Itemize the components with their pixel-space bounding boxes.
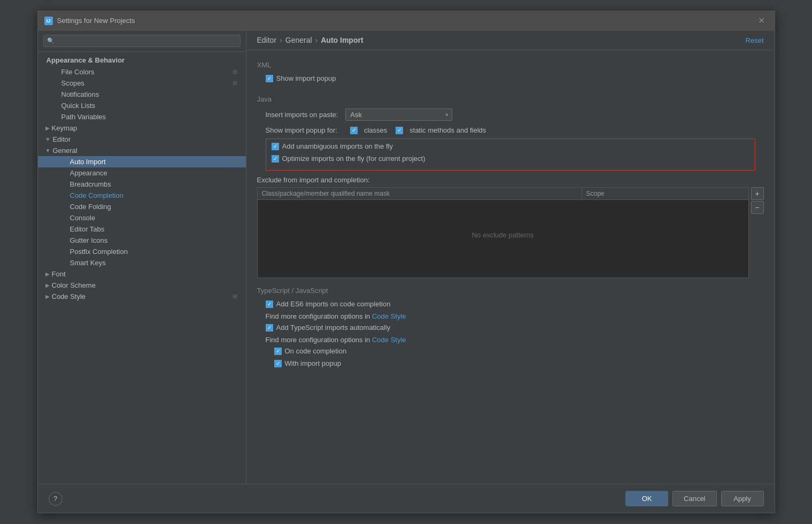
sidebar-item-color-scheme[interactable]: ▶ Color Scheme bbox=[38, 280, 246, 291]
sidebar-item-editor[interactable]: ▼ Editor bbox=[38, 134, 246, 145]
ts-config-text2: Find more configuration options in bbox=[266, 336, 372, 344]
sidebar-item-font[interactable]: ▶ Font bbox=[38, 268, 246, 280]
sidebar-item-code-folding[interactable]: Code Folding bbox=[38, 201, 246, 212]
on-code-completion-label[interactable]: ✓ On code completion bbox=[274, 347, 347, 355]
on-code-completion-text: On code completion bbox=[285, 347, 347, 355]
sidebar-item-keymap[interactable]: ▶ Keymap bbox=[38, 122, 246, 134]
sidebar: 🔍 Appearance & Behavior File Colors ⊞ Sc… bbox=[38, 30, 246, 484]
appearance-label: Appearance bbox=[70, 169, 107, 177]
title-bar: IJ Settings for New Projects ✕ bbox=[38, 11, 775, 30]
path-variables-label: Path Variables bbox=[61, 113, 106, 121]
java-section-label: Java bbox=[257, 95, 764, 103]
exclude-table-body: No exclude patterns bbox=[258, 200, 748, 269]
main-content: 🔍 Appearance & Behavior File Colors ⊞ Sc… bbox=[38, 30, 775, 484]
remove-exclude-button[interactable]: − bbox=[751, 201, 764, 214]
classes-checkbox[interactable]: ✓ bbox=[350, 127, 358, 134]
sidebar-item-path-variables[interactable]: Path Variables bbox=[38, 111, 246, 122]
with-import-popup-checkbox[interactable]: ✓ bbox=[274, 360, 282, 367]
add-ts-imports-text: Add TypeScript imports automatically bbox=[276, 323, 391, 332]
code-completion-label: Code Completion bbox=[70, 191, 123, 199]
xml-show-import-checkbox[interactable]: ✓ bbox=[266, 75, 273, 82]
optimize-imports-checkbox[interactable]: ✓ bbox=[272, 155, 279, 163]
add-ts-imports-label[interactable]: ✓ Add TypeScript imports automatically bbox=[266, 323, 391, 332]
sidebar-item-smart-keys[interactable]: Smart Keys bbox=[38, 257, 246, 268]
xml-show-import-label[interactable]: ✓ Show import popup bbox=[266, 74, 336, 82]
add-ts-imports-checkbox[interactable]: ✓ bbox=[266, 324, 273, 332]
on-code-completion-checkbox[interactable]: ✓ bbox=[274, 348, 282, 355]
code-style-label: Code Style bbox=[52, 292, 86, 300]
editor-tabs-label: Editor Tabs bbox=[70, 225, 105, 233]
static-methods-checkbox-group: ✓ static methods and fields bbox=[396, 126, 486, 134]
sidebar-item-code-style[interactable]: ▶ Code Style ⊞ bbox=[38, 291, 246, 302]
show-import-popup-for-row: Show import popup for: ✓ classes ✓ stati… bbox=[257, 126, 764, 134]
breadcrumb-general: General bbox=[285, 36, 312, 44]
sidebar-tree: Appearance & Behavior File Colors ⊞ Scop… bbox=[38, 52, 246, 484]
general-label: General bbox=[52, 147, 77, 155]
breadcrumb-editor: Editor bbox=[257, 36, 277, 44]
breadcrumb-sep-1: › bbox=[280, 36, 282, 44]
code-style-link-1[interactable]: Code Style bbox=[372, 312, 406, 320]
add-unambiguous-checkbox[interactable]: ✓ bbox=[272, 143, 279, 150]
expand-icon: ▶ bbox=[45, 282, 50, 288]
file-colors-label: File Colors bbox=[61, 68, 95, 76]
exclude-col1-header: Class/package/member qualified name mask bbox=[258, 188, 582, 199]
search-bar: 🔍 bbox=[38, 30, 246, 52]
add-es6-checkbox[interactable]: ✓ bbox=[266, 300, 273, 308]
exclude-table: Class/package/member qualified name mask… bbox=[257, 187, 749, 278]
sidebar-item-gutter-icons[interactable]: Gutter Icons bbox=[38, 235, 246, 246]
breadcrumb-sep-2: › bbox=[315, 36, 318, 44]
panel-header: Editor › General › Auto Import Reset bbox=[246, 30, 775, 50]
sidebar-item-console[interactable]: Console bbox=[38, 212, 246, 224]
exclude-section: Exclude from import and completion: Clas… bbox=[257, 176, 764, 278]
sidebar-item-code-completion[interactable]: Code Completion bbox=[38, 190, 246, 201]
ok-button[interactable]: OK bbox=[625, 491, 668, 506]
code-folding-label: Code Folding bbox=[70, 203, 111, 211]
search-wrapper[interactable]: 🔍 bbox=[43, 35, 241, 47]
add-es6-text: Add ES6 imports on code completion bbox=[276, 300, 391, 308]
sidebar-item-file-colors[interactable]: File Colors ⊞ bbox=[38, 66, 246, 78]
table-side-buttons: + − bbox=[751, 187, 764, 214]
static-methods-checkbox[interactable]: ✓ bbox=[396, 127, 403, 134]
bottom-bar: ? OK Cancel Apply bbox=[38, 484, 775, 513]
insert-imports-select-wrapper: Ask Always Never bbox=[345, 109, 452, 121]
on-code-completion-row: ✓ On code completion bbox=[257, 347, 764, 355]
sidebar-item-auto-import[interactable]: Auto Import ⊞ bbox=[38, 156, 246, 167]
add-unambiguous-row: ✓ Add unambiguous imports on the fly bbox=[272, 142, 749, 150]
copy-icon: ⊞ bbox=[233, 68, 237, 75]
sidebar-item-editor-tabs[interactable]: Editor Tabs bbox=[38, 224, 246, 235]
insert-imports-select[interactable]: Ask Always Never bbox=[345, 109, 452, 121]
add-unambiguous-label[interactable]: ✓ Add unambiguous imports on the fly bbox=[272, 142, 393, 150]
sidebar-item-general[interactable]: ▼ General bbox=[38, 145, 246, 156]
optimize-imports-label[interactable]: ✓ Optimize imports on the fly (for curre… bbox=[272, 155, 426, 163]
with-import-popup-row: ✓ With import popup bbox=[257, 359, 764, 367]
exclude-table-header: Class/package/member qualified name mask… bbox=[258, 188, 748, 200]
dialog-buttons: OK Cancel Apply bbox=[625, 491, 763, 506]
search-input[interactable] bbox=[57, 37, 237, 45]
reset-link[interactable]: Reset bbox=[746, 36, 764, 44]
code-style-link-2[interactable]: Code Style bbox=[372, 336, 406, 344]
help-button[interactable]: ? bbox=[49, 492, 63, 506]
close-button[interactable]: ✕ bbox=[755, 14, 768, 27]
sidebar-item-quick-lists[interactable]: Quick Lists bbox=[38, 100, 246, 111]
cancel-button[interactable]: Cancel bbox=[672, 491, 716, 506]
sidebar-item-scopes[interactable]: Scopes ⊞ bbox=[38, 78, 246, 89]
with-import-popup-label[interactable]: ✓ With import popup bbox=[274, 359, 342, 367]
apply-button[interactable]: Apply bbox=[721, 491, 764, 506]
add-exclude-button[interactable]: + bbox=[751, 187, 764, 200]
sidebar-item-postfix-completion[interactable]: Postfix Completion bbox=[38, 246, 246, 257]
add-es6-label[interactable]: ✓ Add ES6 imports on code completion bbox=[266, 300, 391, 308]
classes-label: classes bbox=[364, 126, 387, 134]
static-methods-label: static methods and fields bbox=[409, 126, 486, 134]
add-ts-imports-row: ✓ Add TypeScript imports automatically bbox=[257, 323, 764, 332]
sidebar-item-notifications[interactable]: Notifications bbox=[38, 89, 246, 100]
dialog-title: Settings for New Projects bbox=[57, 17, 755, 25]
with-import-popup-text: With import popup bbox=[285, 359, 342, 367]
expand-icon: ▼ bbox=[45, 136, 51, 142]
sidebar-item-breadcrumbs[interactable]: Breadcrumbs bbox=[38, 179, 246, 190]
breadcrumb-auto-import: Auto Import bbox=[321, 36, 363, 44]
add-unambiguous-text: Add unambiguous imports on the fly bbox=[282, 142, 393, 150]
exclude-table-wrapper: Class/package/member qualified name mask… bbox=[257, 187, 764, 278]
sidebar-item-appearance[interactable]: Appearance bbox=[38, 167, 246, 179]
smart-keys-label: Smart Keys bbox=[70, 259, 106, 267]
gutter-icons-label: Gutter Icons bbox=[70, 236, 108, 244]
